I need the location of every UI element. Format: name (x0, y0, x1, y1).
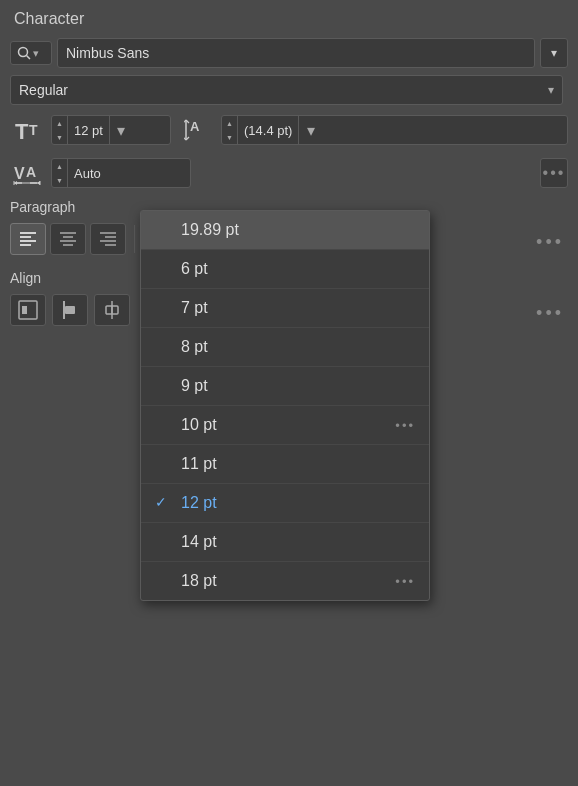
tracking-row: V A ▲ ▼ Auto ••• (10, 155, 568, 191)
font-family-value: Nimbus Sans (66, 45, 149, 61)
more-options-icon: ••• (543, 164, 566, 182)
font-family-display[interactable]: Nimbus Sans (57, 38, 535, 68)
font-size-dropdown-button[interactable]: ▾ (109, 116, 133, 144)
font-size-value: 12 pt (68, 123, 109, 138)
align-center-button[interactable] (50, 223, 86, 255)
tracking-more-button[interactable]: ••• (540, 158, 568, 188)
dropdown-item-3[interactable]: 8 pt (141, 328, 429, 367)
align-left-edge-button[interactable] (52, 294, 88, 326)
tracking-value: Auto (68, 166, 107, 181)
line-height-down[interactable]: ▼ (222, 130, 237, 144)
dropdown-item-6[interactable]: 11 pt (141, 445, 429, 484)
paragraph-divider (134, 225, 135, 253)
tracking-up[interactable]: ▲ (52, 159, 67, 173)
dropdown-item-5[interactable]: 10 pt ••• (141, 406, 429, 445)
font-size-dropdown: 19.89 pt 6 pt 7 pt 8 pt 9 pt 10 pt ••• 1… (140, 210, 430, 601)
line-height-icon: A (180, 112, 216, 148)
dropdown-item-label: 11 pt (181, 455, 217, 472)
paragraph-more-button[interactable]: ••• (536, 232, 568, 253)
line-height-up[interactable]: ▲ (222, 116, 237, 130)
dropdown-item-4[interactable]: 9 pt (141, 367, 429, 406)
dropdown-item-label: 9 pt (181, 377, 208, 394)
font-style-row: Regular ▾ (10, 75, 568, 105)
dropdown-item-label: 19.89 pt (181, 221, 239, 238)
dropdown-item-2[interactable]: 7 pt (141, 289, 429, 328)
dropdown-item-label: 14 pt (181, 533, 217, 550)
dropdown-item-label: 8 pt (181, 338, 208, 355)
font-size-spinner[interactable]: ▲ ▼ (52, 116, 68, 144)
search-icon (17, 46, 31, 60)
font-size-icon: T T (10, 112, 46, 148)
align-left-button[interactable] (10, 223, 46, 255)
dropdown-item-8[interactable]: 14 pt (141, 523, 429, 562)
dropdown-item-label: 7 pt (181, 299, 208, 316)
align-center-h-button[interactable] (94, 294, 130, 326)
chevron-down-icon: ▾ (33, 47, 39, 60)
line-height-dropdown-button[interactable]: ▾ (298, 116, 322, 144)
font-size-down[interactable]: ▼ (52, 130, 67, 144)
line-height-spinner[interactable]: ▲ ▼ (222, 116, 238, 144)
dropdown-item-label: 10 pt (181, 416, 217, 433)
chevron-down-icon: ▾ (551, 46, 557, 60)
more-dots-icon: ••• (395, 418, 415, 433)
font-family-row: ▾ Nimbus Sans ▾ (10, 38, 568, 68)
tracking-input[interactable]: ▲ ▼ Auto (51, 158, 191, 188)
svg-line-1 (27, 56, 31, 60)
dropdown-item-label: 12 pt (181, 494, 217, 511)
align-right-button[interactable] (90, 223, 126, 255)
dropdown-item-label: 6 pt (181, 260, 208, 277)
line-height-value: (14.4 pt) (238, 123, 298, 138)
svg-text:A: A (26, 164, 36, 180)
svg-rect-39 (65, 306, 75, 314)
tracking-icon: V A (10, 155, 46, 191)
svg-text:T: T (29, 122, 38, 138)
font-size-input[interactable]: ▲ ▼ 12 pt ▾ (51, 115, 171, 145)
svg-text:A: A (190, 119, 200, 134)
svg-rect-36 (22, 306, 27, 314)
dropdown-item-7[interactable]: 12 pt (141, 484, 429, 523)
chevron-down-icon: ▾ (548, 83, 554, 97)
align-to-page-button[interactable]: ▾ (10, 294, 46, 326)
tracking-down[interactable]: ▼ (52, 173, 67, 187)
font-style-value: Regular (19, 82, 68, 98)
font-size-up[interactable]: ▲ (52, 116, 67, 130)
dropdown-item-label: 18 pt (181, 572, 217, 589)
dropdown-item-0[interactable]: 19.89 pt (141, 211, 429, 250)
svg-text:T: T (15, 119, 29, 144)
panel-title: Character (10, 10, 568, 28)
svg-marker-18 (37, 181, 40, 185)
dropdown-item-1[interactable]: 6 pt (141, 250, 429, 289)
align-more-button[interactable]: ••• (536, 303, 568, 324)
svg-rect-35 (19, 301, 37, 319)
line-height-input[interactable]: ▲ ▼ (14.4 pt) ▾ (221, 115, 568, 145)
tracking-spinner[interactable]: ▲ ▼ (52, 159, 68, 187)
dropdown-item-9[interactable]: 18 pt ••• (141, 562, 429, 600)
more-dots-icon: ••• (395, 574, 415, 589)
font-family-dropdown-button[interactable]: ▾ (540, 38, 568, 68)
font-search-button[interactable]: ▾ (10, 41, 52, 65)
font-style-select[interactable]: Regular ▾ (10, 75, 563, 105)
svg-point-0 (19, 48, 28, 57)
svg-text:▾: ▾ (20, 320, 23, 321)
svg-text:V: V (14, 165, 25, 182)
size-row: T T ▲ ▼ 12 pt ▾ A (10, 112, 568, 148)
